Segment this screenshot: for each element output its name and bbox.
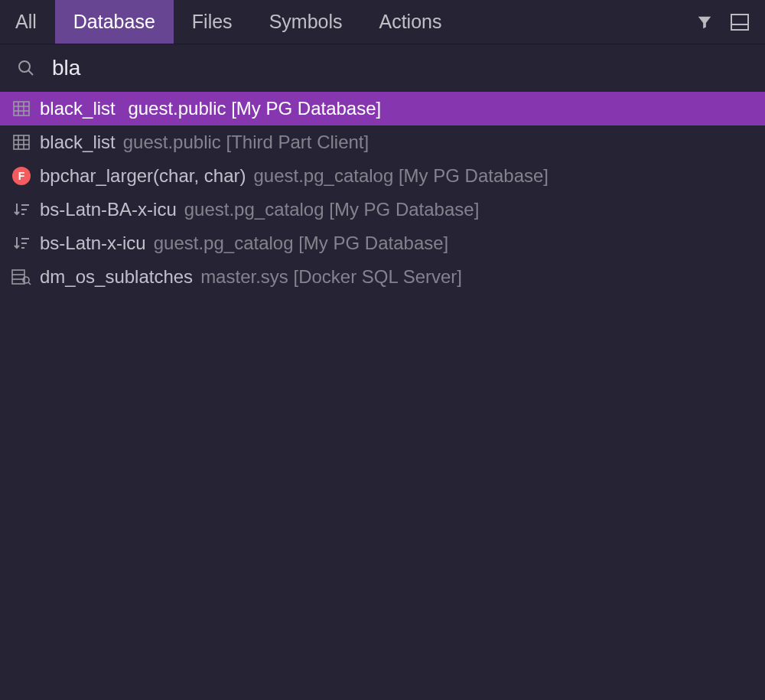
table-icon (11, 132, 32, 153)
tab-database[interactable]: Database (55, 0, 174, 44)
result-row[interactable]: bs-Latn-BA-x-icuguest.pg_catalog [My PG … (0, 193, 765, 226)
panel-button[interactable] (722, 0, 757, 44)
function-icon: F (11, 165, 32, 187)
svg-rect-4 (14, 102, 29, 116)
sort-icon (11, 199, 32, 220)
svg-rect-0 (731, 15, 748, 30)
result-name: black_list (40, 98, 116, 119)
result-name: bs-Latn-x-icu (40, 233, 146, 254)
result-name: bpchar_larger(char, char) (40, 165, 246, 187)
tab-actions[interactable]: Actions (361, 0, 461, 44)
search-input[interactable] (52, 56, 751, 80)
result-sep (116, 98, 121, 119)
tab-label: All (15, 11, 37, 33)
result-meta: master.sys [Docker SQL Server] (200, 266, 462, 288)
svg-rect-20 (12, 270, 24, 284)
tab-spacer (460, 0, 687, 44)
result-meta: guest.pg_catalog [My PG Database] (184, 199, 480, 220)
tab-files[interactable]: Files (174, 0, 251, 44)
panel-icon (731, 14, 749, 31)
filter-button[interactable] (687, 0, 722, 44)
svg-line-24 (28, 282, 31, 285)
result-name: dm_os_sublatches (40, 266, 193, 288)
search-row (0, 44, 765, 92)
tab-all[interactable]: All (3, 0, 55, 44)
results-list: black_list guest.public [My PG Database]… (0, 92, 765, 294)
tab-label: Files (192, 11, 233, 33)
filter-icon (696, 14, 713, 31)
svg-point-2 (19, 61, 30, 72)
tab-label: Symbols (269, 11, 343, 33)
result-name: bs-Latn-BA-x-icu (40, 199, 177, 220)
sort-icon (11, 233, 32, 254)
tab-symbols[interactable]: Symbols (251, 0, 361, 44)
result-row[interactable]: dm_os_sublatchesmaster.sys [Docker SQL S… (0, 260, 765, 294)
tab-label: Actions (379, 11, 442, 33)
table-icon (11, 98, 32, 119)
svg-line-3 (28, 70, 33, 75)
tab-label: Database (73, 11, 155, 33)
search-icon (17, 59, 35, 77)
result-meta: guest.pg_catalog [My PG Database] (154, 233, 449, 254)
result-meta: guest.pg_catalog [My PG Database] (253, 165, 549, 187)
result-row[interactable]: bs-Latn-x-icuguest.pg_catalog [My PG Dat… (0, 226, 765, 260)
svg-rect-9 (14, 135, 29, 149)
result-row[interactable]: black_list guest.public [My PG Database] (0, 92, 765, 125)
result-meta: guest.public [My PG Database] (128, 98, 381, 119)
result-row[interactable]: Fbpchar_larger(char, char)guest.pg_catal… (0, 159, 765, 193)
tab-bar: All Database Files Symbols Actions (0, 0, 765, 44)
result-meta: guest.public [Third Part Client] (123, 132, 369, 153)
result-name: black_list (40, 132, 116, 153)
view-icon (11, 266, 32, 288)
result-row[interactable]: black_listguest.public [Third Part Clien… (0, 125, 765, 159)
